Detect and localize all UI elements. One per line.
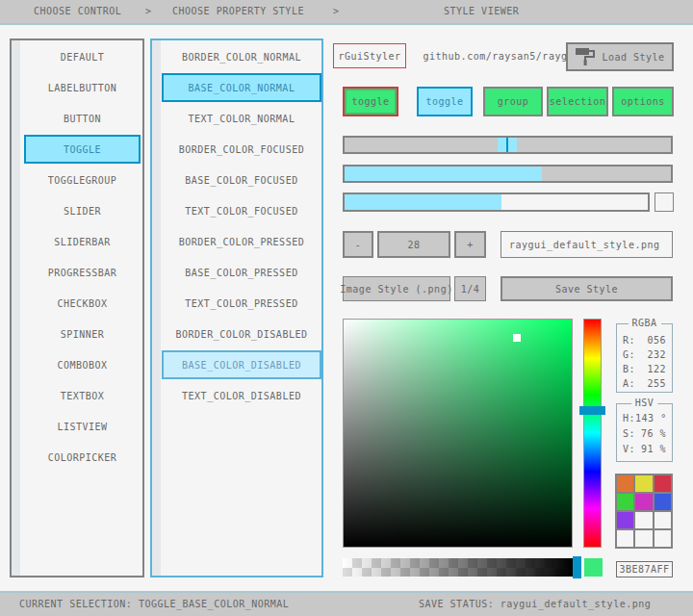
property-item-text-color-normal[interactable]: TEXT_COLOR_NORMAL [162, 104, 321, 133]
control-item-default[interactable]: DEFAULT [24, 42, 141, 71]
demo-progressbar [343, 192, 650, 212]
spinner-plus-label: + [467, 240, 474, 250]
property-item-border-color-disabled[interactable]: BORDER_COLOR_DISABLED [162, 320, 321, 348]
image-style-button[interactable]: Image Style (.png) [343, 276, 450, 301]
control-item-slider[interactable]: SLIDER [24, 196, 141, 225]
swatch-orange[interactable] [617, 475, 633, 492]
alpha-gradient-overlay [343, 558, 574, 577]
demo-selection-label: selection [550, 96, 606, 107]
swatch-empty[interactable] [617, 530, 633, 547]
a-value: 255 [647, 376, 666, 391]
save-style-button[interactable]: Save Style [500, 276, 673, 301]
swatch-empty[interactable] [635, 530, 652, 547]
demo-sliderbar[interactable] [343, 165, 673, 183]
s-value: 76 % [641, 426, 666, 442]
demo-slider[interactable] [343, 136, 673, 154]
save-style-label: Save Style [555, 284, 618, 295]
property-item-border-color-normal[interactable]: BORDER_COLOR_NORMAL [162, 42, 321, 71]
h-label: H: [623, 411, 635, 426]
hue-bar[interactable] [583, 319, 602, 548]
demo-checkbox[interactable] [654, 192, 674, 212]
properties-list: BORDER_COLOR_NORMAL BASE_COLOR_NORMAL TE… [152, 42, 321, 412]
load-style-button[interactable]: Load Style [566, 42, 674, 71]
current-color-swatch [584, 558, 603, 577]
paint-roller-icon [575, 47, 596, 66]
hue-handle[interactable] [579, 406, 605, 415]
swatch-purple[interactable] [617, 512, 633, 528]
status-bar: CURRENT SELECTION: TOGGLE_BASE_COLOR_NOR… [0, 591, 693, 616]
control-item-combobox[interactable]: COMBOBOX [24, 350, 141, 379]
demo-group-button[interactable]: group [483, 87, 543, 116]
property-item-border-color-pressed[interactable]: BORDER_COLOR_PRESSED [162, 227, 321, 256]
spinner-minus-label: - [355, 240, 362, 250]
demo-options-button[interactable]: options [612, 87, 674, 116]
hsv-row-s: S: 76 % [617, 426, 672, 442]
hsv-title: HSV [631, 398, 658, 408]
save-status: SAVE STATUS: raygui_default_style.png [419, 593, 651, 615]
swatch-empty[interactable] [654, 530, 671, 547]
control-item-button[interactable]: BUTTON [24, 104, 141, 133]
property-item-text-color-disabled[interactable]: TEXT_COLOR_DISABLED [162, 381, 321, 410]
rgba-row-r: R: 056 [617, 333, 672, 347]
demo-toggle-active-button[interactable]: toggle [343, 87, 398, 116]
control-item-checkbox[interactable]: CHECKBOX [24, 289, 141, 318]
controls-list-panel: DEFAULT LABELBUTTON BUTTON TOGGLE TOGGLE… [10, 38, 144, 578]
demo-options-label: options [621, 96, 665, 107]
demo-toggle-focused-button[interactable]: toggle [417, 87, 473, 116]
control-item-toggle[interactable]: TOGGLE [24, 135, 141, 164]
control-item-togglegroup[interactable]: TOGGLEGROUP [24, 166, 141, 194]
hsv-groupbox: HSV H: 143 ° S: 76 % V: 91 % [616, 403, 673, 462]
swatch-yellow[interactable] [635, 475, 652, 492]
swatch-magenta[interactable] [635, 494, 652, 510]
spinner-decrement-button[interactable]: - [343, 231, 373, 258]
breadcrumb-choose-property-style: CHOOSE PROPERTY STYLE [172, 0, 304, 23]
ratio-button[interactable]: 1/4 [454, 276, 486, 301]
alpha-handle[interactable] [573, 556, 581, 578]
control-item-textbox[interactable]: TEXTBOX [24, 381, 141, 410]
demo-selection-button[interactable]: selection [547, 87, 608, 116]
swatch-blue[interactable] [654, 494, 671, 510]
rgba-row-a: A: 255 [617, 376, 672, 391]
control-item-labelbutton[interactable]: LABELBUTTON [24, 73, 141, 102]
saturation-value-panel[interactable] [343, 319, 573, 548]
rgba-title: RGBA [628, 318, 660, 328]
control-item-sliderbar[interactable]: SLIDERBAR [24, 227, 141, 256]
swatch-empty[interactable] [635, 512, 652, 528]
swatch-red[interactable] [654, 475, 671, 492]
breadcrumb-style-viewer: STYLE VIEWER [444, 0, 519, 23]
v-label: V: [623, 442, 635, 457]
style-filename-input[interactable]: raygui_default_style.png [500, 231, 673, 258]
hex-color-input[interactable]: 3BE87AFF [616, 561, 673, 578]
demo-group-label: group [498, 96, 529, 107]
property-item-base-color-disabled[interactable]: BASE_COLOR_DISABLED [162, 350, 321, 379]
color-swatch-grid [615, 474, 673, 549]
g-value: 232 [647, 347, 666, 362]
controls-list: DEFAULT LABELBUTTON BUTTON TOGGLE TOGGLE… [12, 42, 142, 474]
slider-handle[interactable] [498, 138, 517, 152]
control-item-listview[interactable]: LISTVIEW [24, 412, 141, 441]
rgba-groupbox: RGBA R: 056 G: 232 B: 122 A: 255 [616, 323, 673, 393]
property-item-base-color-pressed[interactable]: BASE_COLOR_PRESSED [162, 258, 321, 287]
spinner-value[interactable]: 28 [377, 231, 450, 258]
alpha-slider[interactable] [343, 558, 574, 577]
property-item-border-color-focused[interactable]: BORDER_COLOR_FOCUSED [162, 135, 321, 164]
repo-link-text: github.com/raysan5/raygui [423, 51, 579, 62]
v-value: 91 % [641, 442, 666, 457]
swatch-green[interactable] [617, 494, 633, 510]
control-item-colorpicker[interactable]: COLORPICKER [24, 443, 141, 472]
control-item-spinner[interactable]: SPINNER [24, 320, 141, 348]
g-label: G: [623, 347, 635, 362]
property-item-base-color-normal[interactable]: BASE_COLOR_NORMAL [162, 73, 321, 102]
color-cursor[interactable] [513, 334, 521, 342]
property-item-text-color-pressed[interactable]: TEXT_COLOR_PRESSED [162, 289, 321, 318]
style-filename-text: raygui_default_style.png [509, 240, 660, 250]
rgba-row-b: B: 122 [617, 362, 672, 376]
swatch-empty[interactable] [654, 512, 671, 528]
property-item-text-color-focused[interactable]: TEXT_COLOR_FOCUSED [162, 196, 321, 225]
property-item-base-color-focused[interactable]: BASE_COLOR_FOCUSED [162, 166, 321, 194]
control-item-progressbar[interactable]: PROGRESSBAR [24, 258, 141, 287]
repo-link[interactable]: github.com/raysan5/raygui [414, 43, 589, 68]
spinner-increment-button[interactable]: + [454, 231, 486, 258]
demo-toggle-focused-label: toggle [425, 96, 463, 107]
header-bar: CHOOSE CONTROL > CHOOSE PROPERTY STYLE >… [0, 0, 693, 25]
